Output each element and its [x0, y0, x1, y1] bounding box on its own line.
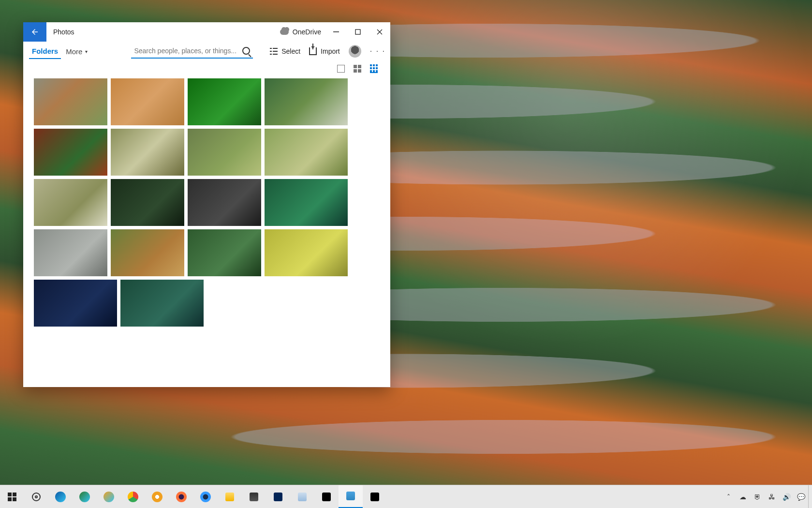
tray-onedrive-tray[interactable]: ☁	[736, 485, 750, 508]
thumbnail-photo-13[interactable]	[34, 229, 107, 276]
firefox-dev-icon	[200, 492, 211, 502]
thumbnail-photo-02[interactable]	[111, 78, 184, 125]
taskbar-powershell[interactable]	[266, 485, 290, 508]
search-box[interactable]	[131, 44, 253, 59]
thumbnail-photo-09[interactable]	[34, 179, 107, 226]
view-switcher	[23, 61, 390, 76]
user-avatar[interactable]	[349, 45, 361, 58]
microsoft-store-icon	[250, 493, 258, 501]
thumbnail-photo-11[interactable]	[188, 179, 261, 226]
thumbnail-photo-12[interactable]	[265, 179, 348, 226]
thumbnail-photo-17[interactable]	[34, 280, 117, 327]
taskbar-chrome-canary[interactable]	[145, 485, 169, 508]
tray-security[interactable]: ⛨	[750, 485, 765, 508]
desktop: Photos OneDrive Folders More ▾	[0, 0, 812, 508]
thumbnail-photo-15[interactable]	[188, 229, 261, 276]
taskbar-cmd[interactable]	[314, 485, 339, 508]
taskbar: ˄☁⛨🖧🔊💬	[0, 485, 812, 508]
powershell-icon	[274, 493, 282, 501]
arrow-left-icon	[30, 28, 39, 36]
thumbnail-photo-18[interactable]	[120, 280, 204, 327]
tab-folders[interactable]: Folders	[29, 44, 61, 59]
photos-window: Photos OneDrive Folders More ▾	[23, 22, 390, 387]
tray-network[interactable]: 🖧	[765, 485, 779, 508]
cmd-icon	[322, 493, 331, 501]
notepad-icon	[298, 493, 307, 501]
thumbnail-photo-07[interactable]	[188, 129, 261, 176]
onedrive-status[interactable]: OneDrive	[280, 28, 321, 36]
svg-rect-1	[355, 30, 360, 34]
tab-more[interactable]: More ▾	[66, 47, 88, 56]
taskbar-file-explorer[interactable]	[218, 485, 242, 508]
taskbar-notepad[interactable]	[290, 485, 314, 508]
show-desktop-button[interactable]	[808, 485, 812, 508]
view-single-icon[interactable]	[337, 65, 345, 73]
thumbnail-photo-05[interactable]	[34, 129, 107, 176]
taskbar-edge-canary[interactable]	[97, 485, 121, 508]
taskbar-firefox-dev[interactable]	[193, 485, 218, 508]
thumbnail-photo-04[interactable]	[265, 78, 348, 125]
taskbar-microsoft-store[interactable]	[242, 485, 266, 508]
taskbar-photos[interactable]	[339, 485, 363, 508]
thumbnail-photo-10[interactable]	[111, 179, 184, 226]
toolbar: Folders More ▾ Select Import · · ·	[23, 42, 390, 61]
import-icon	[309, 47, 317, 55]
chevron-down-icon: ▾	[85, 49, 88, 54]
back-button[interactable]	[23, 22, 46, 42]
photo-gallery	[23, 76, 390, 387]
thumbnail-photo-14[interactable]	[111, 229, 184, 276]
thumbnail-photo-03[interactable]	[188, 78, 261, 125]
tray-volume[interactable]: 🔊	[779, 485, 794, 508]
tray-notifications[interactable]: 💬	[794, 485, 808, 508]
edge-canary-icon	[103, 492, 114, 502]
svg-rect-0	[333, 31, 339, 32]
settings-icon	[32, 493, 41, 501]
terminal-icon	[370, 493, 379, 501]
view-small-grid-icon[interactable]	[370, 64, 378, 73]
cloud-icon	[280, 29, 289, 35]
thumbnail-photo-01[interactable]	[34, 78, 107, 125]
thumbnail-photo-16[interactable]	[265, 229, 348, 276]
taskbar-edge-dev[interactable]	[73, 485, 97, 508]
photos-icon	[346, 492, 355, 500]
chrome-icon	[128, 492, 138, 502]
taskbar-settings[interactable]	[24, 485, 48, 508]
file-explorer-icon	[225, 493, 234, 501]
edge-icon	[55, 492, 66, 502]
taskbar-chrome[interactable]	[121, 485, 145, 508]
search-icon	[242, 47, 250, 55]
minimize-button[interactable]	[325, 22, 347, 42]
maximize-button[interactable]	[347, 22, 369, 42]
title-bar: Photos OneDrive	[23, 22, 390, 42]
more-options-button[interactable]: · · ·	[370, 47, 385, 56]
taskbar-start[interactable]	[0, 485, 24, 508]
thumbnail-photo-06[interactable]	[111, 129, 184, 176]
select-button[interactable]: Select	[270, 47, 300, 55]
window-title: Photos	[53, 28, 74, 36]
taskbar-edge[interactable]	[48, 485, 73, 508]
tray-tray-overflow[interactable]: ˄	[721, 485, 736, 508]
view-medium-icon[interactable]	[354, 65, 361, 73]
select-icon	[270, 48, 278, 55]
onedrive-label: OneDrive	[293, 28, 321, 36]
taskbar-firefox[interactable]	[169, 485, 193, 508]
import-button[interactable]: Import	[309, 47, 340, 55]
firefox-icon	[176, 492, 187, 502]
thumbnail-photo-08[interactable]	[265, 129, 348, 176]
edge-dev-icon	[79, 492, 90, 502]
start-icon	[8, 493, 16, 501]
taskbar-terminal[interactable]	[363, 485, 387, 508]
chrome-canary-icon	[152, 492, 162, 502]
search-input[interactable]	[134, 47, 239, 55]
close-button[interactable]	[369, 22, 390, 42]
